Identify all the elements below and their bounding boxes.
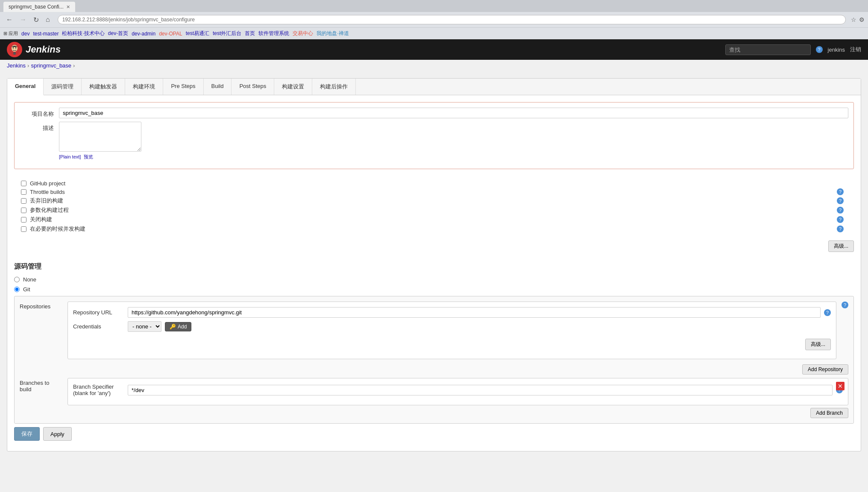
branch-specifier-input[interactable]	[128, 385, 833, 395]
delete-branch-button[interactable]: ✕	[836, 382, 845, 390]
credentials-select[interactable]: - none -	[128, 321, 161, 332]
advanced-button[interactable]: 高级...	[828, 240, 854, 252]
browser-tab[interactable]: springmvc_base Confi... ✕	[3, 2, 75, 12]
save-button[interactable]: 保存	[14, 427, 40, 441]
tab-post-build[interactable]: 构建后操作	[312, 79, 356, 95]
bookmark-dev-opal[interactable]: dev-OPAL	[159, 31, 182, 37]
apply-button[interactable]: Apply	[43, 427, 72, 441]
help-icon[interactable]: ?	[816, 46, 823, 53]
advanced-btn-container: 高级...	[14, 237, 854, 255]
tab-title: springmvc_base Confi...	[9, 4, 64, 10]
disable-build-checkbox[interactable]	[21, 217, 26, 223]
star-icon[interactable]: ☆	[851, 16, 856, 23]
tab-general[interactable]: General	[7, 79, 44, 95]
home-button[interactable]: ⌂	[43, 15, 53, 24]
checkbox-parameterize-row: 参数化构建过程 ?	[21, 205, 847, 215]
settings-icon[interactable]: ⚙	[859, 16, 865, 23]
reload-button[interactable]: ↻	[31, 15, 41, 25]
bookmark-myplace[interactable]: 我的地盘·禅道	[317, 30, 349, 37]
repositories-help-icon[interactable]: ?	[842, 302, 848, 308]
logout-link[interactable]: 注销	[850, 46, 861, 53]
project-name-input[interactable]	[59, 108, 848, 118]
bookmark-home[interactable]: 首页	[245, 30, 255, 37]
checkbox-github-row: GitHub project	[21, 179, 847, 187]
throttle-help-icon[interactable]: ?	[837, 188, 844, 195]
branch-specifier-label: Branch Specifier (blank for 'any')	[73, 384, 124, 396]
browser-tab-bar: springmvc_base Confi... ✕	[0, 0, 868, 12]
tab-build-env[interactable]: 构建环境	[125, 79, 163, 95]
svg-rect-4	[13, 52, 16, 55]
bookmark-test-forex[interactable]: test外汇后台	[213, 30, 241, 37]
concurrent-help-icon[interactable]: ?	[837, 226, 844, 232]
bookmark-songbai[interactable]: 松柏科技·技术中心	[62, 30, 104, 37]
jenkins-logo: Jenkins	[7, 42, 61, 57]
apps-icon: ⊞ 应用	[3, 30, 18, 37]
tab-pre-steps[interactable]: Pre Steps	[163, 79, 203, 95]
branches-row: Branches to build ✕ Branch Specifier (bl…	[20, 378, 848, 405]
breadcrumb-sep-2: ›	[73, 62, 75, 69]
github-project-checkbox[interactable]	[21, 181, 26, 186]
tab-build-trigger[interactable]: 构建触发器	[82, 79, 125, 95]
branches-config: ✕ Branch Specifier (blank for 'any') ?	[67, 378, 848, 405]
bookmark-dev-admin[interactable]: dev-admin	[132, 31, 155, 37]
tab-scm[interactable]: 源码管理	[44, 79, 82, 95]
repositories-config: Repository URL ? Credentials - none -	[67, 302, 836, 359]
bookmark-test-yitong[interactable]: test易通汇	[186, 30, 209, 37]
add-repository-button[interactable]: Add Repository	[802, 364, 848, 375]
tab-build-settings[interactable]: 构建设置	[274, 79, 312, 95]
bookmark-dev[interactable]: dev	[21, 31, 29, 37]
throttle-builds-label: Throttle builds	[30, 189, 65, 195]
tab-post-steps[interactable]: Post Steps	[232, 79, 274, 95]
repo-url-label: Repository URL	[73, 309, 124, 316]
repo-url-help-icon[interactable]: ?	[824, 309, 831, 316]
parameterize-help-icon[interactable]: ?	[837, 207, 844, 214]
scm-section: 源码管理 None Git Repositories	[14, 262, 854, 424]
discard-help-icon[interactable]: ?	[837, 197, 844, 204]
checkbox-discard-row: 丢弃旧的构建 ?	[21, 196, 847, 205]
breadcrumb-sep-1: ›	[27, 62, 29, 69]
bookmark-software[interactable]: 软件管理系统	[258, 30, 289, 37]
branches-label: Branches to build	[20, 378, 62, 392]
concurrent-build-checkbox[interactable]	[21, 226, 26, 232]
credentials-label: Credentials	[73, 323, 124, 330]
forward-button[interactable]: →	[17, 15, 29, 24]
plain-text-link[interactable]: [Plain text]	[59, 154, 81, 159]
back-button[interactable]: ←	[3, 15, 15, 24]
jenkins-logo-icon	[7, 42, 22, 57]
bookmark-dev-home[interactable]: dev-首页	[108, 30, 128, 37]
search-input[interactable]	[725, 44, 811, 55]
disable-help-icon[interactable]: ?	[837, 216, 844, 223]
jenkins-svg-icon	[9, 44, 21, 56]
git-radio[interactable]	[14, 287, 20, 292]
none-radio[interactable]	[14, 277, 20, 282]
parameterize-checkbox[interactable]	[21, 208, 26, 213]
browser-nav: ← → ↻ ⌂ 192.168.2.212:8888/jenkins/job/s…	[0, 12, 868, 27]
discard-builds-checkbox[interactable]	[21, 198, 26, 204]
repo-url-input[interactable]	[128, 307, 821, 318]
none-radio-label: None	[23, 276, 36, 283]
breadcrumb-project[interactable]: springmvc_base	[31, 62, 71, 69]
add-branch-button[interactable]: Add Branch	[810, 408, 848, 418]
general-section: 项目名称 描述 [Plain text] 预览	[14, 102, 854, 169]
bookmark-test-master[interactable]: test-master	[33, 31, 59, 37]
throttle-builds-checkbox[interactable]	[21, 189, 26, 195]
browser-bookmarks: ⊞ 应用 dev test-master 松柏科技·技术中心 dev-首页 de…	[0, 27, 868, 39]
breadcrumb-jenkins[interactable]: Jenkins	[7, 62, 26, 69]
jenkins-user[interactable]: jenkins	[828, 47, 845, 53]
address-bar[interactable]: 192.168.2.212:8888/jenkins/job/springmvc…	[58, 15, 846, 24]
add-credentials-button[interactable]: 🔑 Add	[165, 322, 191, 331]
tab-close-icon[interactable]: ✕	[66, 4, 70, 10]
checkbox-throttle-row: Throttle builds ?	[21, 187, 847, 196]
concurrent-build-label: 在必要的时候并发构建	[30, 225, 85, 233]
description-hint: [Plain text] 预览	[59, 154, 848, 160]
jenkins-header: Jenkins ? jenkins 注销	[0, 39, 868, 60]
key-icon: 🔑	[170, 324, 176, 330]
scm-title: 源码管理	[14, 262, 854, 271]
description-input[interactable]	[59, 122, 141, 152]
preview-link[interactable]: 预览	[84, 154, 93, 159]
bookmark-trading[interactable]: 交易中心	[293, 30, 313, 37]
form-content: 项目名称 描述 [Plain text] 预览	[7, 95, 861, 451]
checkbox-section: GitHub project Throttle builds ? 丢弃旧的构建	[14, 176, 854, 237]
git-advanced-button[interactable]: 高级...	[805, 339, 831, 350]
tab-build[interactable]: Build	[204, 79, 232, 95]
